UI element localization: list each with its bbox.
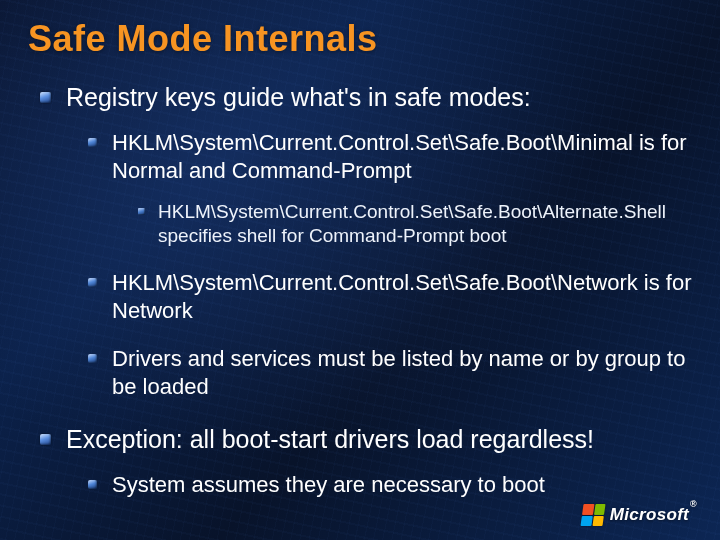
bullet-text: HKLM\System\Current.Control.Set\Safe.Boo… [112,270,692,323]
bullet-l2: Drivers and services must be listed by n… [88,345,692,401]
bullet-text: System assumes they are necessary to boo… [112,472,545,497]
bullet-text: HKLM\System\Current.Control.Set\Safe.Boo… [158,201,666,247]
slide: Safe Mode Internals Registry keys guide … [0,0,720,540]
trademark-symbol: ® [690,499,697,509]
bullet-list-level2: System assumes they are necessary to boo… [88,471,692,499]
bullet-list-level3: HKLM\System\Current.Control.Set\Safe.Boo… [138,200,692,249]
bullet-l1: Exception: all boot-start drivers load r… [38,424,692,499]
bullet-l3: HKLM\System\Current.Control.Set\Safe.Boo… [138,200,692,249]
bullet-l2: System assumes they are necessary to boo… [88,471,692,499]
bullet-l2: HKLM\System\Current.Control.Set\Safe.Boo… [88,269,692,325]
bullet-l2: HKLM\System\Current.Control.Set\Safe.Boo… [88,129,692,249]
bullet-list-level2: HKLM\System\Current.Control.Set\Safe.Boo… [88,129,692,401]
microsoft-wordmark: Microsoft® [610,505,696,525]
footer-brand: Microsoft® [582,504,696,526]
microsoft-logo-icon [582,504,604,526]
bullet-text: Exception: all boot-start drivers load r… [66,425,594,453]
slide-title: Safe Mode Internals [28,18,692,60]
bullet-list-level1: Registry keys guide what's in safe modes… [38,82,692,499]
brand-text: Microsoft [610,505,689,524]
bullet-text: Registry keys guide what's in safe modes… [66,83,531,111]
bullet-l1: Registry keys guide what's in safe modes… [38,82,692,402]
bullet-text: HKLM\System\Current.Control.Set\Safe.Boo… [112,130,687,183]
bullet-text: Drivers and services must be listed by n… [112,346,685,399]
